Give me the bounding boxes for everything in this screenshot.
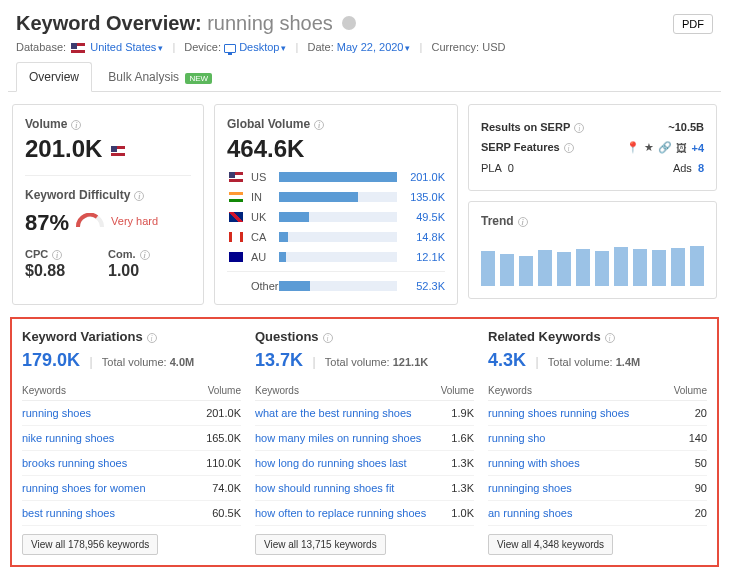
table-row: what are the best running shoes1.9K — [255, 401, 474, 426]
serp-card: Results on SERPi ~10.5B SERP Featuresi 📍… — [468, 104, 717, 191]
keyword-link[interactable]: running shoes — [22, 407, 91, 419]
metrics-grid: Volumei 201.0K Keyword Difficultyi 87% V… — [0, 92, 729, 317]
questions-count: 13.7K — [255, 350, 303, 370]
trend-label: Trendi — [481, 214, 704, 228]
keyword-volume: 140 — [689, 432, 707, 444]
cpc-label: CPCi — [25, 248, 108, 260]
related-section: Related Keywordsi 4.3K | Total volume: 1… — [488, 329, 707, 555]
questions-section: Questionsi 13.7K | Total volume: 121.1K … — [255, 329, 474, 555]
gear-icon[interactable] — [342, 16, 356, 30]
country-volume[interactable]: 12.1K — [403, 251, 445, 263]
country-volume[interactable]: 135.0K — [403, 191, 445, 203]
pla-label: PLA — [481, 162, 502, 174]
variations-count: 179.0K — [22, 350, 80, 370]
currency-value: USD — [482, 41, 505, 53]
com-label: Com.i — [108, 248, 191, 260]
device-selector[interactable]: Desktop▾ — [239, 41, 286, 53]
image-icon: 🖼 — [676, 142, 687, 154]
info-icon[interactable]: i — [564, 143, 574, 153]
keyword-lists-box: Keyword Variationsi 179.0K | Total volum… — [10, 317, 719, 567]
trend-bar — [481, 251, 495, 286]
features-more[interactable]: +4 — [691, 142, 704, 154]
trend-bar — [690, 246, 704, 286]
info-icon[interactable]: i — [323, 333, 333, 343]
keyword-link[interactable]: running with shoes — [488, 457, 580, 469]
country-row: UK 49.5K — [227, 211, 445, 223]
info-icon[interactable]: i — [147, 333, 157, 343]
country-volume[interactable]: 49.5K — [403, 211, 445, 223]
keyword-volume: 1.3K — [451, 482, 474, 494]
pla-value: 0 — [508, 162, 514, 174]
pin-icon: 📍 — [626, 141, 640, 154]
uk-flag-icon — [229, 212, 243, 222]
info-icon[interactable]: i — [140, 250, 150, 260]
db-label: Database: — [16, 41, 66, 53]
table-row: an running shoes20 — [488, 501, 707, 526]
info-icon[interactable]: i — [314, 120, 324, 130]
keyword-link[interactable]: what are the best running shoes — [255, 407, 412, 419]
star-icon: ★ — [644, 141, 654, 154]
keyword-volume: 1.0K — [451, 507, 474, 519]
country-code: UK — [251, 211, 273, 223]
db-selector[interactable]: United States▾ — [90, 41, 163, 53]
keyword-link[interactable]: running shoes for women — [22, 482, 146, 494]
country-code: CA — [251, 231, 273, 243]
keyword-volume: 20 — [695, 407, 707, 419]
country-volume[interactable]: 14.8K — [403, 231, 445, 243]
difficulty-text: Very hard — [111, 215, 158, 227]
info-icon[interactable]: i — [134, 191, 144, 201]
info-icon[interactable]: i — [52, 250, 62, 260]
country-code: US — [251, 171, 273, 183]
table-row: runninging shoes90 — [488, 476, 707, 501]
keyword-volume: 165.0K — [206, 432, 241, 444]
trend-bar — [614, 247, 628, 286]
in-flag-icon — [229, 192, 243, 202]
keyword-volume: 90 — [695, 482, 707, 494]
results-label: Results on SERPi — [481, 121, 584, 133]
us-flag-icon — [229, 172, 243, 182]
currency-label: Currency: — [431, 41, 479, 53]
keyword-volume: 201.0K — [206, 407, 241, 419]
table-row: running sho140 — [488, 426, 707, 451]
us-flag-icon — [71, 43, 85, 53]
global-volume-card: Global Volumei 464.6K US 201.0K IN 135.0… — [214, 104, 458, 305]
view-all-questions-button[interactable]: View all 13,715 keywords — [255, 534, 386, 555]
info-icon[interactable]: i — [574, 123, 584, 133]
volume-value: 201.0K — [25, 135, 191, 163]
table-row: how many miles on running shoes1.6K — [255, 426, 474, 451]
date-selector[interactable]: May 22, 2020▾ — [337, 41, 411, 53]
country-row: CA 14.8K — [227, 231, 445, 243]
ads-value[interactable]: 8 — [698, 162, 704, 174]
info-icon[interactable]: i — [518, 217, 528, 227]
pdf-button[interactable]: PDF — [673, 14, 713, 34]
trend-bar — [633, 249, 647, 286]
tab-overview[interactable]: Overview — [16, 62, 92, 92]
keyword-link[interactable]: running sho — [488, 432, 546, 444]
keyword-link[interactable]: running shoes running shoes — [488, 407, 629, 419]
view-all-related-button[interactable]: View all 4,348 keywords — [488, 534, 613, 555]
view-all-variations-button[interactable]: View all 178,956 keywords — [22, 534, 158, 555]
keyword-link[interactable]: brooks running shoes — [22, 457, 127, 469]
keyword-link[interactable]: runninging shoes — [488, 482, 572, 494]
keyword-link[interactable]: an running shoes — [488, 507, 572, 519]
keyword-link[interactable]: how often to replace running shoes — [255, 507, 426, 519]
trend-bar — [595, 251, 609, 286]
keyword-link[interactable]: nike running shoes — [22, 432, 114, 444]
country-row: IN 135.0K — [227, 191, 445, 203]
info-icon[interactable]: i — [605, 333, 615, 343]
device-label: Device: — [184, 41, 221, 53]
keyword-volume: 74.0K — [212, 482, 241, 494]
ads-label: Ads — [673, 162, 692, 174]
tab-bulk-analysis[interactable]: Bulk Analysis NEW — [95, 62, 225, 92]
keyword-link[interactable]: best running shoes — [22, 507, 115, 519]
info-icon[interactable]: i — [71, 120, 81, 130]
au-flag-icon — [229, 252, 243, 262]
keyword-link[interactable]: how many miles on running shoes — [255, 432, 421, 444]
keyword-link[interactable]: how long do running shoes last — [255, 457, 407, 469]
global-volume-label: Global Volumei — [227, 117, 445, 131]
new-badge: NEW — [185, 73, 212, 84]
country-volume[interactable]: 201.0K — [403, 171, 445, 183]
keyword-link[interactable]: how should running shoes fit — [255, 482, 394, 494]
country-row: AU 12.1K — [227, 251, 445, 263]
table-row: best running shoes60.5K — [22, 501, 241, 526]
